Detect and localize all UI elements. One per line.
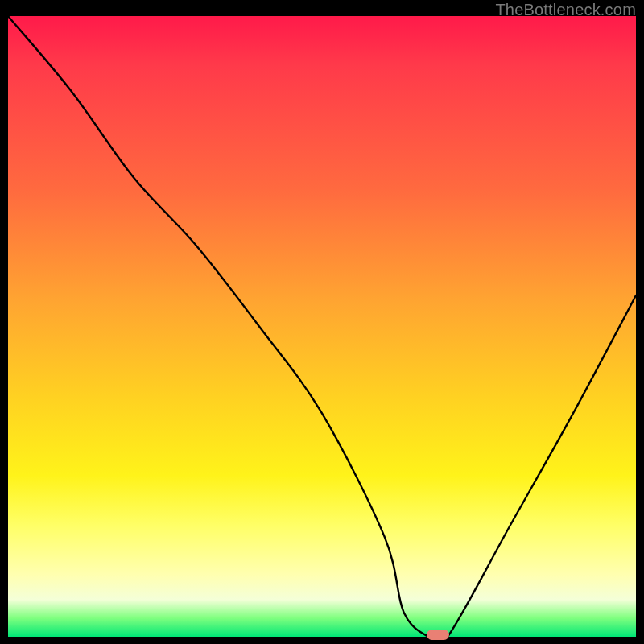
optimum-marker xyxy=(427,630,449,640)
plot-area xyxy=(8,16,636,637)
curve-path xyxy=(8,16,636,644)
chart-frame: TheBottleneck.com xyxy=(0,0,644,644)
bottleneck-curve xyxy=(8,16,636,637)
